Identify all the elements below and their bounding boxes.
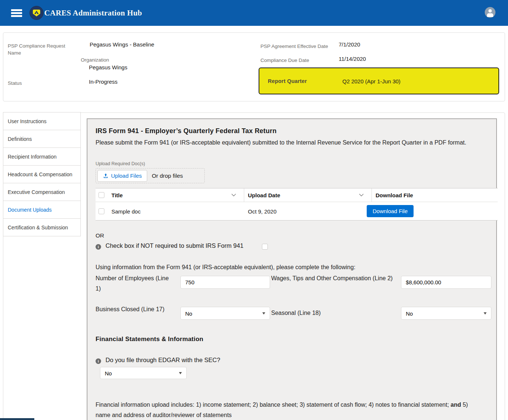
file-dropzone[interactable]: Upload Files Or drop files: [96, 168, 205, 183]
request-name-value: Pegasus Wings - Baseline: [90, 41, 154, 48]
info-icon[interactable]: i: [96, 358, 101, 364]
edgar-question-label: Do you file through EDGAR with the SEC?: [106, 357, 220, 364]
column-header-upload-date[interactable]: Upload Date: [248, 192, 280, 198]
wages-input[interactable]: [401, 276, 491, 289]
complete-following-text: Using information from the Form 941 (or …: [96, 262, 490, 273]
drop-files-label: Or drop files: [152, 173, 183, 179]
financial-note-bold: and: [450, 402, 461, 408]
upload-required-doc-label: Upload Required Doc(s): [96, 161, 145, 166]
upload-files-button-label: Upload Files: [111, 173, 142, 179]
user-avatar[interactable]: [485, 7, 495, 18]
app-title: CARES Administration Hub: [44, 0, 142, 26]
report-quarter-label: Report Quarter: [268, 78, 307, 84]
column-header-download-file: Download File: [376, 192, 413, 198]
upload-icon: [103, 173, 108, 178]
seasonal-select[interactable]: No: [401, 307, 491, 320]
row-upload-date: Oct 9, 2020: [248, 208, 277, 214]
download-file-button[interactable]: Download File: [367, 205, 414, 217]
business-closed-label: Business Closed (Line 17): [96, 304, 166, 315]
section-heading: IRS Form 941 - Employer’s Quarterly Fede…: [96, 127, 277, 135]
report-quarter-highlight: Report Quarter Q2 2020 (Apr 1-Jun 30): [259, 67, 499, 94]
business-closed-value: No: [185, 310, 192, 316]
financial-note: Financial information upload includes: 1…: [96, 400, 483, 420]
organization-label: Organization: [81, 56, 109, 63]
app-header: CARES Administration Hub: [0, 0, 508, 26]
status-value: In-Progress: [89, 79, 118, 85]
sidebar-item-headcount-compensation[interactable]: Headcount & Compensation: [3, 165, 81, 183]
row-checkbox[interactable]: [99, 208, 104, 214]
app-logo-icon: [30, 6, 44, 20]
utility-bar-edge: [0, 418, 34, 420]
status-label: Status: [8, 80, 22, 87]
due-date-value: 11/14/2020: [339, 56, 366, 62]
not-required-label: Check box if NOT required to submit IRS …: [106, 242, 243, 249]
app-screen: CARES Administration Hub PSP Compliance …: [0, 0, 508, 420]
not-required-row: i Check box if NOT required to submit IR…: [96, 242, 376, 250]
seasonal-value: No: [406, 310, 413, 316]
documents-table: Title Upload Date Download File Sample d…: [96, 188, 498, 221]
upload-date-sort-chevron-icon[interactable]: [359, 194, 364, 197]
column-header-title[interactable]: Title: [111, 192, 123, 198]
title-sort-chevron-icon[interactable]: [231, 194, 236, 197]
report-quarter-value: Q2 2020 (Apr 1-Jun 30): [342, 78, 401, 84]
document-uploads-panel: IRS Form 941 - Employer’s Quarterly Fede…: [87, 118, 497, 420]
select-arrow-icon: [179, 372, 182, 374]
due-date-label: Compliance Due Date: [260, 57, 309, 64]
sidebar-item-document-uploads[interactable]: Document Uploads: [3, 201, 81, 219]
edgar-select[interactable]: No: [100, 367, 187, 379]
business-closed-select[interactable]: No: [180, 307, 270, 320]
seasonal-label: Seasonal (Line 18): [271, 308, 321, 318]
compliance-summary-card: PSP Compliance Request Name Pegasus Wing…: [3, 32, 505, 101]
sidebar-item-executive-compensation[interactable]: Executive Compensation: [3, 183, 81, 201]
select-all-checkbox[interactable]: [99, 192, 104, 198]
wages-label: Wages, Tips and Other Compensation (Line…: [271, 273, 400, 284]
row-title: Sample doc: [111, 208, 141, 214]
table-row: Sample doc Oct 9, 2020 Download File: [96, 202, 498, 220]
organization-value: Pegasus Wings: [89, 64, 127, 70]
hamburger-menu-icon[interactable]: [11, 9, 22, 17]
section-description: Please submit the Form 941 (or IRS-accep…: [96, 138, 490, 148]
sidebar-item-definitions[interactable]: Definitions: [3, 130, 81, 148]
select-arrow-icon: [262, 312, 265, 315]
request-name-label: PSP Compliance Request Name: [8, 42, 69, 56]
sidebar-item-recipient-information[interactable]: Recipient Information: [3, 147, 81, 166]
edgar-question-row: i Do you file through EDGAR with the SEC…: [96, 357, 220, 364]
effective-date-label: PSP Agreement Effective Date: [260, 43, 328, 50]
edgar-value: No: [105, 370, 112, 376]
upload-files-button[interactable]: Upload Files: [97, 170, 147, 182]
sidebar-item-user-instructions[interactable]: User Instructions: [3, 112, 81, 130]
sidebar-item-certification-submission[interactable]: Certification & Submission: [3, 218, 81, 236]
select-arrow-icon: [484, 312, 487, 315]
financial-statements-heading: Financial Statements & Information: [96, 336, 203, 343]
employees-input[interactable]: [180, 276, 270, 289]
or-label: OR: [96, 232, 104, 239]
financial-note-part1: Financial information upload includes: 1…: [96, 402, 450, 408]
not-required-checkbox[interactable]: [262, 244, 268, 250]
employees-label: Number of Employees (Line 1): [96, 273, 171, 294]
effective-date-value: 7/1/2020: [339, 41, 360, 48]
table-header-row: Title Upload Date Download File: [96, 188, 498, 202]
info-icon[interactable]: i: [96, 244, 101, 250]
